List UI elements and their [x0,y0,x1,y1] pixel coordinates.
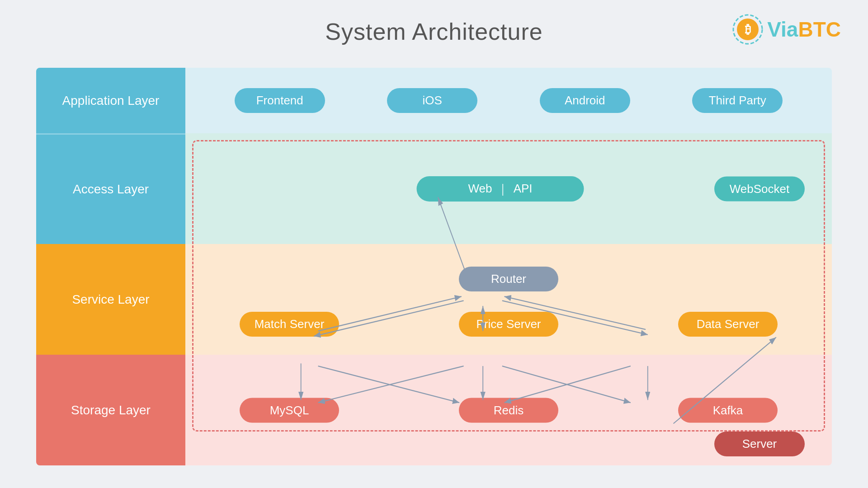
mysql-pill: MySQL [240,398,339,422]
label-service-layer: Service Layer [36,244,185,355]
content-column: Frontend iOS Android Third Party [185,68,832,465]
lower-area: Web | API WebSocket Router [185,133,832,465]
ios-pill: iOS [387,88,477,113]
server-pill[interactable]: Server [714,432,805,456]
frontend-pill: Frontend [235,88,325,113]
labels-column: Application Layer Access Layer Service L… [36,68,185,465]
label-storage-layer: Storage Layer [36,355,185,465]
svg-text:₿: ₿ [745,23,751,36]
access-layer-content: Web | API WebSocket [185,133,832,244]
router-pill: Router [459,267,558,291]
match-server-pill: Match Server [240,312,339,337]
third-party-pill: Third Party [692,88,783,113]
logo-icon: ₿ [732,14,764,45]
kafka-pill: Kafka [678,398,778,422]
logo: ₿ ViaBTC [732,14,841,45]
websocket-pill: WebSocket [714,176,805,201]
logo-text: ViaBTC [767,17,841,42]
price-server-pill: Price Server [459,312,558,337]
label-access-layer: Access Layer [36,133,185,244]
label-application-layer: Application Layer [36,68,185,133]
redis-pill: Redis [459,398,558,422]
diagram: Application Layer Access Layer Service L… [36,68,832,465]
application-layer-row: Frontend iOS Android Third Party [185,68,832,133]
page-container: System Architecture ₿ ViaBTC Application… [0,0,868,488]
service-layer-content: Router Match Server Price Server Data Se… [185,244,832,355]
web-api-pill: Web | API [417,176,584,202]
data-server-pill: Data Server [678,312,778,337]
android-pill: Android [540,88,630,113]
